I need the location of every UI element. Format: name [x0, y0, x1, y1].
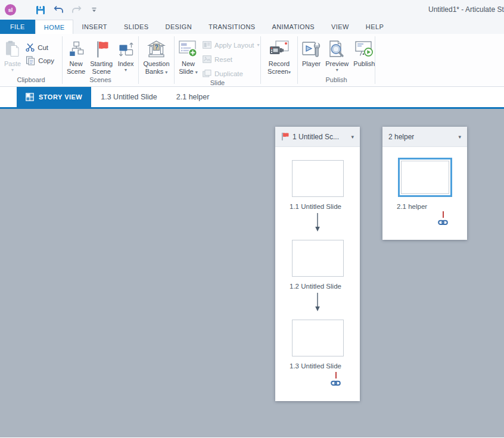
index-icon	[117, 41, 134, 58]
caret-down-icon: ▾	[288, 70, 291, 75]
caret-down-icon: ▾	[125, 68, 127, 73]
copy-icon	[26, 56, 35, 65]
chevron-down-icon[interactable]: ▾	[351, 134, 354, 140]
tab-insert[interactable]: INSERT	[73, 20, 116, 34]
tab-slide-1-3[interactable]: 1.3 Untitled Slide	[91, 87, 167, 107]
paste-button[interactable]: Paste ▾	[2, 36, 23, 73]
customize-toolbar-button[interactable]	[88, 4, 100, 16]
story-view-canvas[interactable]: 1 Untitled Sc... ▾ 1.1 Untitled Slide 1.…	[0, 109, 504, 437]
player-icon	[302, 40, 321, 58]
slide-thumbnail-1-1[interactable]	[292, 160, 344, 197]
preview-icon	[328, 40, 346, 58]
scene-card-2[interactable]: 2 helper ▾ 2.1 helper	[382, 127, 467, 240]
ribbon-separator	[375, 36, 375, 84]
scene-2-body: 2.1 helper	[382, 147, 467, 240]
apply-layout-button[interactable]: Apply Layout ▾	[200, 39, 262, 51]
publish-icon	[355, 40, 374, 58]
scene-link-indicator[interactable]	[331, 372, 341, 387]
apply-layout-icon	[203, 41, 211, 49]
caret-down-icon: ▾	[11, 68, 14, 73]
slide-label: 1.2 Untitled Slide	[275, 283, 360, 290]
cut-button[interactable]: Cut	[23, 42, 57, 53]
arrow-down-connector-icon	[314, 213, 321, 232]
view-tab-bar: STORY VIEW 1.3 Untitled Slide 2.1 helper	[0, 87, 504, 109]
group-clipboard: Paste ▾ Cut	[0, 34, 62, 86]
scene-2-header[interactable]: 2 helper ▾	[382, 127, 467, 147]
caret-down-icon: ▾	[195, 70, 198, 75]
save-button[interactable]	[35, 4, 46, 16]
link-stem	[443, 211, 444, 218]
link-icon	[438, 219, 448, 226]
svg-text:?: ?	[154, 44, 158, 51]
duplicate-button[interactable]: Duplicate	[200, 68, 262, 79]
link-stem	[335, 372, 337, 378]
undo-button[interactable]	[52, 4, 64, 16]
reset-icon	[203, 55, 211, 63]
app-logo: sl	[5, 4, 16, 15]
group-publish: Player Preview ▾	[298, 34, 375, 86]
tab-story-view[interactable]: STORY VIEW	[17, 87, 91, 107]
starting-scene-button[interactable]: Starting Scene	[88, 36, 115, 76]
copy-button[interactable]: Copy	[23, 55, 57, 66]
group-label-clipboard: Clipboard	[0, 76, 62, 86]
slide-label: 1.1 Untitled Slide	[275, 203, 360, 210]
tab-slides[interactable]: SLIDES	[116, 20, 157, 34]
starting-scene-flag-icon	[281, 132, 289, 141]
link-icon	[331, 380, 341, 387]
new-slide-icon	[179, 40, 198, 58]
arrow-down-connector-icon	[314, 293, 321, 312]
scene-link-indicator[interactable]	[438, 211, 448, 226]
group-record-screen: Record Screen▾	[261, 34, 297, 86]
tab-view[interactable]: VIEW	[323, 20, 357, 34]
new-scene-icon	[68, 41, 85, 58]
paste-icon	[5, 40, 20, 58]
index-button[interactable]: Index ▾	[115, 36, 136, 73]
new-slide-button[interactable]: New Slide ▾	[176, 36, 200, 76]
question-banks-button[interactable]: ? Question Banks ▾	[141, 36, 172, 76]
new-scene-button[interactable]: New Scene	[64, 36, 88, 76]
slide-thumbnail-1-2[interactable]	[292, 240, 344, 277]
quick-access-toolbar	[35, 4, 100, 16]
tab-slide-2-1[interactable]: 2.1 helper	[167, 87, 219, 107]
tab-help[interactable]: HELP	[357, 20, 392, 34]
group-label-slide: Slide	[175, 79, 260, 86]
slide-label: 1.3 Untitled Slide	[275, 362, 360, 370]
undo-icon	[54, 5, 64, 14]
chevron-down-icon	[91, 7, 98, 13]
reset-button[interactable]: Reset	[200, 54, 262, 65]
scene-card-1[interactable]: 1 Untitled Sc... ▾ 1.1 Untitled Slide 1.…	[275, 127, 360, 401]
cut-icon	[26, 43, 35, 52]
tab-home[interactable]: HOME	[35, 20, 74, 34]
story-view-grid-icon	[26, 93, 34, 101]
redo-button[interactable]	[70, 4, 82, 16]
ribbon-tab-strip: FILE HOME INSERT SLIDES DESIGN TRANSITIO…	[0, 20, 504, 34]
group-slide: New Slide ▾ Apply Layout ▾	[175, 34, 260, 86]
scene-1-body: 1.1 Untitled Slide 1.2 Untitled Slide 1.…	[275, 147, 360, 401]
group-label-publish: Publish	[298, 76, 375, 86]
group-label-scenes: Scenes	[63, 76, 138, 86]
window-title: Untitled1* - Articulate St	[428, 5, 504, 14]
publish-button[interactable]: Publish	[351, 36, 377, 68]
tab-transitions[interactable]: TRANSITIONS	[200, 20, 263, 34]
tab-design[interactable]: DESIGN	[157, 20, 201, 34]
player-button[interactable]: Player	[300, 36, 323, 68]
slide-label: 2.1 helper	[382, 203, 467, 210]
record-screen-icon	[269, 40, 289, 58]
preview-button[interactable]: Preview ▾	[323, 36, 351, 73]
record-screen-button[interactable]: Record Screen▾	[265, 36, 293, 76]
caret-down-icon: ▾	[165, 70, 167, 75]
scene-title: 2 helper	[388, 133, 414, 141]
caret-down-icon: ▾	[336, 68, 338, 73]
starting-scene-flag-icon	[95, 40, 108, 58]
redo-icon	[71, 5, 82, 14]
tab-file[interactable]: FILE	[0, 20, 35, 34]
tab-animations[interactable]: ANIMATIONS	[263, 20, 323, 34]
scene-1-header[interactable]: 1 Untitled Sc... ▾	[275, 127, 360, 147]
slide-thumbnail-2-1[interactable]	[398, 158, 452, 197]
caret-down-icon: ▾	[257, 43, 260, 48]
slide-thumbnail-1-3[interactable]	[292, 320, 344, 356]
question-banks-icon: ?	[147, 40, 166, 58]
ribbon: Paste ▾ Cut	[0, 34, 504, 87]
chevron-down-icon[interactable]: ▾	[458, 134, 461, 140]
group-question-banks: ? Question Banks ▾	[139, 34, 174, 86]
